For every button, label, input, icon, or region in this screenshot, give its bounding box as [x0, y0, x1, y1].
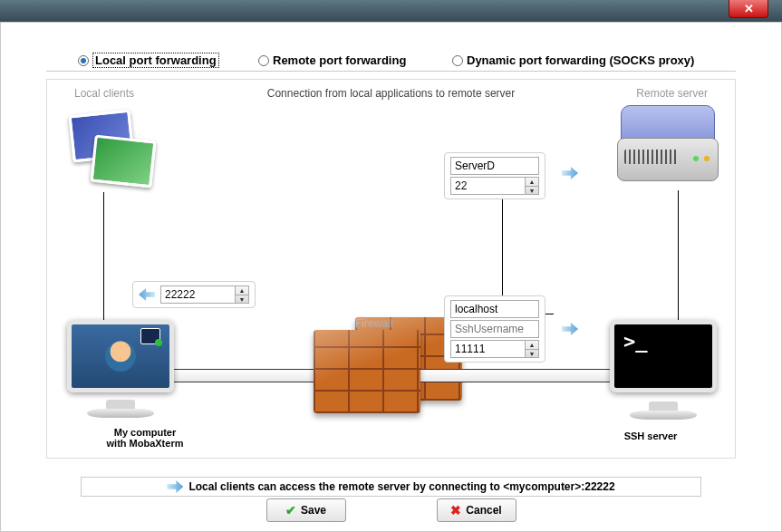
radio-label: Dynamic port forwarding (SOCKS proxy) [467, 53, 694, 67]
ssh-port-input[interactable] [450, 340, 525, 358]
ssh-server-group: ▲▼ [444, 295, 545, 363]
radio-icon [258, 55, 269, 66]
caption-my-computer: My computer with MobaXterm [82, 427, 208, 449]
radio-icon [78, 55, 89, 66]
my-computer-icon [62, 320, 179, 420]
spinner-up[interactable]: ▲ [526, 178, 538, 187]
arrow-right-icon [562, 323, 578, 335]
ssh-server-icon: >_ [604, 320, 722, 421]
remote-port-input[interactable] [450, 177, 525, 195]
check-icon: ✔ [285, 503, 296, 517]
title-bar [0, 0, 782, 22]
button-row: ✔ Save ✖ Cancel [1, 498, 781, 522]
cancel-button[interactable]: ✖ Cancel [437, 498, 517, 522]
label-remote-server: Remote server [636, 87, 708, 100]
remote-server-icon [615, 102, 720, 185]
local-port-spinner[interactable]: ▲▼ [160, 285, 249, 304]
remote-port-spinner[interactable]: ▲▼ [450, 177, 539, 195]
radio-icon [452, 55, 463, 66]
info-text: Local clients can access the remote serv… [188, 480, 614, 493]
close-icon: ✕ [744, 2, 754, 15]
local-port-group: ▲▼ [132, 281, 256, 308]
info-bar: Local clients can access the remote serv… [81, 477, 701, 497]
radio-label: Local port forwarding [92, 53, 219, 68]
save-label: Save [301, 504, 326, 517]
spinner-down[interactable]: ▼ [236, 295, 248, 304]
save-button[interactable]: ✔ Save [266, 498, 346, 522]
arrow-right-icon [562, 167, 578, 179]
radio-label: Remote port forwarding [273, 53, 406, 67]
remote-host-input[interactable] [450, 157, 539, 175]
cancel-label: Cancel [466, 504, 501, 517]
remote-server-group: ▲▼ [444, 152, 545, 199]
caption-ssh-server: SSH server [592, 430, 710, 441]
radio-local-port-forwarding[interactable]: Local port forwarding [78, 53, 219, 68]
cross-icon: ✖ [450, 503, 461, 517]
arrow-right-icon [167, 480, 183, 493]
close-button[interactable]: ✕ [729, 0, 768, 18]
forwarding-mode-row: Local port forwarding Remote port forwar… [46, 50, 736, 72]
spinner-down[interactable]: ▼ [526, 350, 538, 358]
local-clients-icon [65, 107, 156, 190]
ssh-port-spinner[interactable]: ▲▼ [450, 340, 539, 358]
firewall-icon [314, 330, 420, 413]
spinner-down[interactable]: ▼ [526, 187, 538, 195]
tunnel-diagram: Connection from local applications to re… [46, 79, 736, 459]
ssh-username-input[interactable] [450, 320, 539, 338]
dialog-window: Local port forwarding Remote port forwar… [0, 22, 782, 532]
local-port-input[interactable] [160, 285, 235, 304]
terminal-prompt: >_ [610, 320, 717, 392]
radio-remote-port-forwarding[interactable]: Remote port forwarding [258, 53, 406, 67]
spinner-up[interactable]: ▲ [236, 286, 248, 295]
spinner-up[interactable]: ▲ [526, 341, 538, 350]
ssh-host-input[interactable] [450, 300, 539, 318]
label-local-clients: Local clients [74, 87, 134, 100]
diagram-description: Connection from local applications to re… [47, 87, 735, 100]
arrow-left-icon [139, 288, 155, 301]
radio-dynamic-port-forwarding[interactable]: Dynamic port forwarding (SOCKS proxy) [452, 53, 694, 67]
